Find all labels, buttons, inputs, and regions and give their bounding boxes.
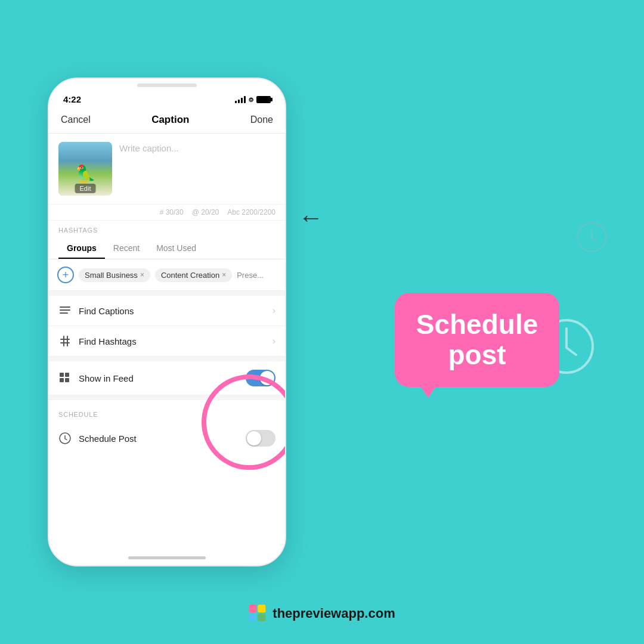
chevron-right-icon: › <box>273 305 275 316</box>
post-thumbnail[interactable]: 🦜 Edit <box>58 142 112 196</box>
clock-small-decoration <box>575 221 608 256</box>
svg-rect-1 <box>60 309 70 311</box>
wifi-icon: ⌾ <box>249 95 253 104</box>
hashtags-label: HASHTAGS <box>49 227 285 239</box>
tab-groups[interactable]: Groups <box>58 239 105 259</box>
find-captions-label: Find Captions <box>79 306 134 316</box>
svg-rect-3 <box>63 336 64 346</box>
svg-rect-0 <box>60 306 70 308</box>
tag-label: Content Creation <box>161 271 219 280</box>
scene: 4:22 ⌾ Cancel Caption <box>0 0 644 644</box>
hashtags-section: HASHTAGS Groups Recent Most Used + Small… <box>49 221 285 291</box>
svg-rect-10 <box>65 378 69 382</box>
phone-mockup: 4:22 ⌾ Cancel Caption <box>48 78 286 566</box>
svg-rect-15 <box>258 605 265 612</box>
done-button[interactable]: Done <box>250 114 273 125</box>
svg-rect-17 <box>258 614 265 621</box>
brand-footer: thepreviewapp.com <box>249 605 395 623</box>
caption-input[interactable]: Write caption... <box>119 142 275 196</box>
caption-area: 🦜 Edit Write caption... <box>49 134 285 205</box>
grid-icon <box>58 371 72 385</box>
svg-rect-7 <box>60 373 64 377</box>
divider-2 <box>49 357 285 361</box>
schedule-post-bubble: Schedule post <box>395 293 560 386</box>
svg-rect-16 <box>249 614 256 621</box>
brand-logo-icon <box>249 605 267 623</box>
tab-most-used[interactable]: Most Used <box>148 239 205 259</box>
clock-icon <box>58 432 72 445</box>
schedule-post-toggle[interactable] <box>246 430 275 447</box>
notch-area <box>49 79 285 87</box>
divider-1 <box>49 291 285 296</box>
find-captions-item[interactable]: Find Captions › <box>49 296 285 326</box>
edit-label[interactable]: Edit <box>75 184 96 193</box>
remove-tag-content-creation[interactable]: × <box>222 271 226 279</box>
svg-rect-4 <box>67 336 68 346</box>
battery-icon <box>256 96 271 103</box>
lines-icon <box>58 304 72 317</box>
signal-icon <box>235 96 246 103</box>
remove-tag-small-business[interactable]: × <box>140 271 144 279</box>
status-bar: 4:22 ⌾ <box>49 87 285 109</box>
tags-row: + Small Business × Content Creation × Pr… <box>49 259 285 291</box>
mention-count: @ 20/20 <box>192 208 219 216</box>
hashtag-count: # 30/30 <box>160 208 184 216</box>
add-tag-button[interactable]: + <box>57 267 74 283</box>
find-hashtags-item[interactable]: Find Hashtags › <box>49 326 285 357</box>
svg-rect-2 <box>60 312 68 314</box>
svg-rect-14 <box>249 605 256 612</box>
show-in-feed-item[interactable]: Show in Feed <box>49 361 285 395</box>
menu-section: Find Captions › <box>49 296 285 357</box>
brand-url: thepreviewapp.com <box>273 606 395 621</box>
tag-small-business[interactable]: Small Business × <box>79 268 150 282</box>
stats-row: # 30/30 @ 20/20 Abc 2200/2200 <box>49 205 285 221</box>
home-indicator <box>128 556 206 559</box>
schedule-bubble-text-line1: Schedule <box>416 309 538 340</box>
chevron-right-icon-2: › <box>273 336 275 346</box>
nav-bar: Cancel Caption Done <box>49 109 285 134</box>
svg-rect-5 <box>60 339 70 340</box>
show-in-feed-toggle[interactable] <box>246 370 275 386</box>
svg-rect-6 <box>60 342 70 343</box>
divider-3 <box>49 395 285 400</box>
tag-more: Prese... <box>237 271 264 280</box>
status-time: 4:22 <box>63 94 81 104</box>
hash-icon <box>58 335 72 348</box>
tag-label: Small Business <box>85 271 138 280</box>
status-icons: ⌾ <box>235 95 271 104</box>
schedule-post-label: Schedule Post <box>79 434 137 444</box>
nav-title: Caption <box>151 114 189 126</box>
schedule-bubble-text-line2: post <box>416 340 538 370</box>
svg-rect-9 <box>60 378 64 382</box>
schedule-section: SCHEDULE Schedule Post <box>49 400 285 455</box>
tab-recent[interactable]: Recent <box>105 239 148 259</box>
char-count: Abc 2200/2200 <box>227 208 275 216</box>
tabs-row: Groups Recent Most Used <box>49 239 285 259</box>
arrow-decoration: ← <box>298 203 323 232</box>
svg-rect-8 <box>65 373 69 377</box>
find-hashtags-label: Find Hashtags <box>79 336 137 346</box>
tag-content-creation[interactable]: Content Creation × <box>155 268 232 282</box>
schedule-post-item[interactable]: Schedule Post <box>49 422 285 455</box>
schedule-label: SCHEDULE <box>49 405 285 422</box>
cancel-button[interactable]: Cancel <box>61 114 91 125</box>
show-in-feed-label: Show in Feed <box>79 373 134 383</box>
right-panel: Schedule post ← <box>286 257 644 386</box>
